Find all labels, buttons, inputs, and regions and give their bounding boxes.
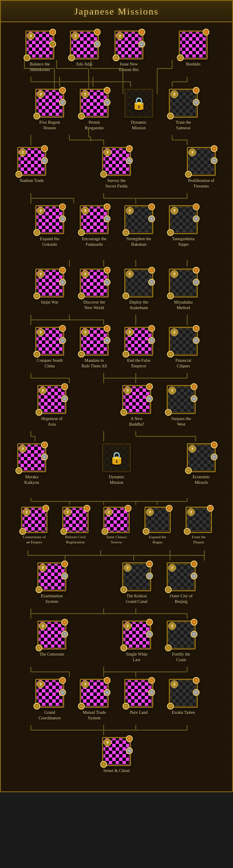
mission-tanegashima-teppo[interactable]: ? TanegashimaTeppo (164, 205, 202, 248)
mission-proliferation[interactable]: ? Proliferation ofFirearms (182, 147, 220, 190)
mission-seisei-chisei[interactable]: ? Seisei & Chisei (98, 737, 135, 780)
mission-reform-civil[interactable]: ? Reform CivilRegistration (58, 507, 93, 547)
badge-tr (59, 267, 66, 274)
mission-icon-encourage: ? (80, 205, 109, 234)
mission-discover-new-world[interactable]: ? Discover theNew World (75, 268, 113, 311)
badge-tr (126, 145, 133, 152)
conn-r10-r11 (7, 608, 226, 619)
mission-dynamic-1[interactable]: 🔒 DynamicMission (120, 89, 158, 131)
mission-icon-edo: ? (70, 30, 99, 60)
mission-pure-land[interactable]: Pure Land (120, 679, 158, 722)
mission-new-buddha[interactable]: ? A NewBuddha? (118, 385, 155, 428)
mission-issue-new-erizeni[interactable]: ? Issue NewErizeni-Rei (110, 30, 148, 73)
mission-train-samurai[interactable]: ? Train theSamurai (164, 89, 202, 131)
mission-icon-nanban: ? (17, 147, 46, 176)
badge-bl (19, 528, 26, 535)
mission-form-depots[interactable]: ? Form theDepots (181, 507, 216, 547)
conn-r9-r10 (7, 550, 226, 561)
mission-row-11: ? The Censorate ? Single WhipLaw (7, 619, 226, 665)
mission-label-discover: Discover theNew World (84, 299, 105, 311)
badge-tr (104, 87, 111, 94)
mission-strengthen-bakuhan[interactable]: ? Strengthen theBakuhan (120, 205, 158, 248)
mission-cornerstone[interactable]: ? Cornerstone ofan Empire (17, 507, 52, 547)
mission-tame-chinas-sorrow[interactable]: ? Tame China'sSorrow (99, 507, 134, 547)
mission-row-2: ? Five RegentHouses ? PermitRyogaesho (7, 87, 226, 133)
qmark: ? (81, 90, 89, 98)
mission-row-9: ? Cornerstone ofan Empire ? Reform Civil… (7, 505, 226, 549)
badge-bl (33, 113, 40, 119)
badge-mr (104, 215, 111, 222)
mission-single-whip-law[interactable]: ? Single WhipLaw (118, 620, 155, 663)
badge-mr (59, 215, 66, 222)
mission-nanban-trade[interactable]: ? Nanban Trade (13, 147, 51, 190)
mission-keikou-grand-canal[interactable]: ? The KeikouGrand Canal (118, 562, 155, 605)
mission-surpass-west[interactable]: ? Surpass theWest (162, 385, 200, 428)
badge-bl (78, 292, 85, 299)
mission-maraka-kaikyou[interactable]: ? MarakaKaikyou (13, 443, 51, 486)
conn-svg-3 (7, 193, 233, 203)
mission-edo-jidai[interactable]: ? Edo Jidai (66, 30, 103, 73)
badge-bl (36, 409, 42, 416)
mission-conquer-south-china[interactable]: ? Conquer SouthChina (31, 327, 69, 370)
badge-mr (193, 689, 200, 696)
mission-row-3: ? Nanban Trade ? Survey theSecret Fields (7, 145, 226, 191)
badge-bl (120, 409, 127, 416)
qmark: ? (72, 32, 79, 40)
badge-bl (165, 409, 172, 416)
badge-bl (36, 644, 42, 651)
mission-label-dynamic2: DynamicMission (109, 474, 125, 486)
mission-dynamic-2[interactable]: 🔒 DynamicMission (98, 443, 135, 486)
badge-bl (100, 171, 107, 178)
mission-expand-gokaido[interactable]: ? Expand theGokaido (31, 205, 69, 248)
qmark: ? (168, 387, 176, 394)
mission-icon-economic: ? (187, 443, 216, 472)
mission-outer-city-beijing[interactable]: ? Outer City ofBeijing (162, 562, 200, 605)
badge-mr (61, 573, 68, 579)
conn-r12-r13 (7, 725, 226, 735)
mission-miyadaiku[interactable]: ? MiyadaikuMethod (164, 268, 202, 311)
lock-icon-2: 🔒 (109, 451, 124, 465)
mission-balance-shinokosho[interactable]: ? Balance theShinokosho (21, 30, 59, 73)
mission-label-tame: Tame China'sSorrow (106, 535, 127, 547)
mission-grand-coordinators[interactable]: ? GrandCoordinators (31, 679, 69, 722)
mission-financial-cliques[interactable]: ? FinancialCliques (164, 327, 202, 370)
qmark: ? (170, 270, 178, 278)
mission-permit-ryogaesho[interactable]: ? PermitRyogaesho (75, 89, 113, 131)
qmark: ? (37, 207, 45, 215)
mission-encourage-fudasashi[interactable]: ? Encourage theFudasashi (75, 205, 113, 248)
mission-row-7: ? Hegemon ofAsia ? A NewBuddha? (7, 383, 226, 430)
badge-mr (49, 41, 56, 48)
badge-bl (15, 467, 22, 474)
qmark: ? (168, 564, 176, 572)
mission-deploy-atakebune[interactable]: ? Deploy theAtakebune (120, 268, 158, 311)
mission-end-false-emperor[interactable]: ? End the FalseEmperor (120, 327, 158, 370)
mission-censorate[interactable]: ? The Censorate (33, 620, 71, 663)
qmark: ? (170, 328, 178, 336)
mission-label-end-emperor: End the FalseEmperor (127, 358, 150, 370)
mission-icon-eiraku: ? (169, 679, 198, 708)
mission-survey-secret[interactable]: ? Survey theSecret Fields (98, 147, 135, 190)
badge-bl (78, 229, 85, 236)
mission-label-tanegashima: TanegashimaTeppo (172, 236, 195, 248)
mission-icon-cornerstone: ? (21, 507, 48, 533)
mission-mandate-rule[interactable]: ? Mandate toRule Them All (75, 327, 113, 370)
mission-economic-miracle[interactable]: ? EconomicMiracle (182, 443, 220, 486)
badge-tr (104, 203, 111, 210)
mission-mutual-trade[interactable]: ? Mutual TradeSystem (75, 679, 113, 722)
badge-mr (126, 157, 133, 164)
badge-tr (193, 325, 200, 332)
gap1 (152, 30, 170, 73)
mission-expand-bogue[interactable]: ? Expand theBogue (140, 507, 175, 547)
badge-tr (59, 325, 66, 332)
mission-icon-form-depots: ? (185, 507, 212, 533)
mission-examination-system[interactable]: ? ExaminationSystem (33, 562, 71, 605)
mission-label-conquer: Conquer SouthChina (37, 358, 63, 370)
mission-icon-survey: ? (102, 147, 131, 176)
mission-bushido[interactable]: Bushido (174, 30, 212, 73)
conn-r6-r7 (7, 373, 226, 383)
mission-fortify-coast[interactable]: ? Fortify theCoast (162, 620, 200, 663)
mission-imjin-war[interactable]: ? Imjin War (31, 268, 69, 311)
mission-five-regent[interactable]: ? Five RegentHouses (31, 89, 69, 131)
mission-eiraku-taiten[interactable]: ? Eiraku Taiten (164, 679, 202, 722)
mission-hegemon-asia[interactable]: ? Hegemon ofAsia (33, 385, 71, 428)
